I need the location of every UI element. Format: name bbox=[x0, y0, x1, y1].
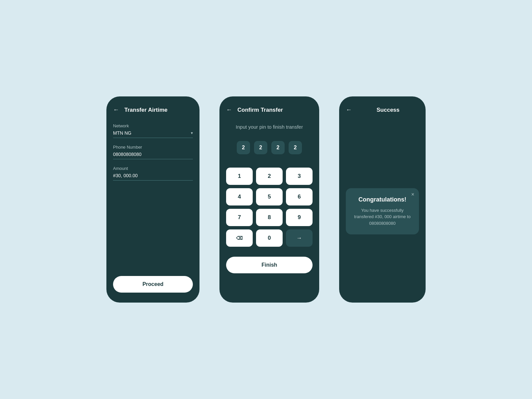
chevron-down-icon: ▾ bbox=[191, 131, 193, 135]
pin-digit-4: 2 bbox=[289, 141, 302, 154]
key-5[interactable]: 5 bbox=[256, 188, 283, 205]
network-value: MTN NG bbox=[113, 130, 131, 136]
header: ← Success bbox=[339, 96, 426, 120]
back-button[interactable]: ← bbox=[346, 106, 352, 113]
network-field: Network MTN NG ▾ bbox=[113, 123, 193, 138]
numpad: 1 2 3 4 5 6 7 8 9 ⌫ 0 → bbox=[226, 168, 313, 247]
key-6[interactable]: 6 bbox=[286, 188, 313, 205]
pin-content: Input your pin to finish transfer 2 2 2 … bbox=[219, 120, 319, 277]
success-card: × Congratulations! You have successfully… bbox=[346, 188, 419, 235]
pin-display: 2 2 2 2 bbox=[237, 141, 302, 154]
network-label: Network bbox=[113, 123, 193, 128]
form-content: Network MTN NG ▾ Phone Number 0808080808… bbox=[106, 120, 200, 276]
pin-digit-3: 2 bbox=[271, 141, 285, 154]
screen-success: ← Success × Congratulations! You have su… bbox=[339, 96, 426, 303]
amount-value[interactable]: #30, 000.00 bbox=[113, 173, 193, 181]
close-button[interactable]: × bbox=[411, 192, 414, 198]
success-content: × Congratulations! You have successfully… bbox=[339, 120, 426, 303]
phone-field: Phone Number 08080808080 bbox=[113, 145, 193, 159]
success-title: Congratulations! bbox=[354, 196, 411, 203]
pin-subtitle: Input your pin to finish transfer bbox=[236, 123, 303, 131]
screen-confirm-transfer: ← Confirm Transfer Input your pin to fin… bbox=[219, 96, 319, 303]
amount-field: Amount #30, 000.00 bbox=[113, 166, 193, 181]
network-select[interactable]: MTN NG ▾ bbox=[113, 130, 193, 138]
screen-transfer-airtime: ← Transfer Airtime Network MTN NG ▾ Phon… bbox=[106, 96, 200, 303]
page-title: Success bbox=[357, 107, 419, 113]
key-4[interactable]: 4 bbox=[226, 188, 253, 205]
back-button[interactable]: ← bbox=[113, 106, 119, 113]
key-0[interactable]: 0 bbox=[256, 229, 283, 247]
header: ← Confirm Transfer bbox=[219, 96, 319, 120]
key-delete[interactable]: ⌫ bbox=[226, 229, 253, 247]
key-9[interactable]: 9 bbox=[286, 209, 313, 226]
page-title: Transfer Airtime bbox=[124, 107, 168, 113]
page-title: Confirm Transfer bbox=[237, 107, 283, 113]
phone-label: Phone Number bbox=[113, 145, 193, 150]
key-submit[interactable]: → bbox=[286, 229, 313, 247]
key-8[interactable]: 8 bbox=[256, 209, 283, 226]
key-7[interactable]: 7 bbox=[226, 209, 253, 226]
proceed-button[interactable]: Proceed bbox=[113, 276, 193, 293]
pin-digit-2: 2 bbox=[254, 141, 267, 154]
key-1[interactable]: 1 bbox=[226, 168, 253, 185]
phone-value[interactable]: 08080808080 bbox=[113, 152, 193, 159]
key-2[interactable]: 2 bbox=[256, 168, 283, 185]
key-3[interactable]: 3 bbox=[286, 168, 313, 185]
amount-label: Amount bbox=[113, 166, 193, 171]
back-button[interactable]: ← bbox=[226, 106, 232, 113]
header: ← Transfer Airtime bbox=[106, 96, 200, 120]
finish-button[interactable]: Finish bbox=[226, 257, 313, 273]
success-message: You have successfully transfered #30, 00… bbox=[354, 207, 411, 227]
pin-digit-1: 2 bbox=[237, 141, 250, 154]
